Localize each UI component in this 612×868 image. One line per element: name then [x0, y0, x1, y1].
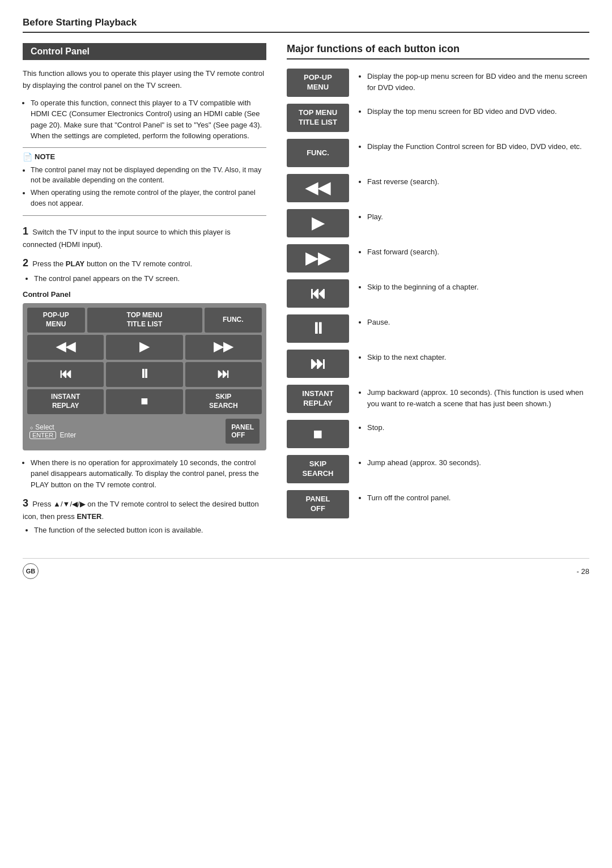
func-func-btn[interactable]: FUNC. — [287, 139, 349, 167]
cp-row-1: POP-UPMENU TOP MENUTITLE LIST FUNC. — [27, 308, 262, 333]
func-pause: ⏸ Pause. — [287, 314, 589, 343]
enter-icon: ENTER — [29, 431, 56, 439]
func-popup-menu: POP-UPMENU Display the pop-up menu scree… — [287, 69, 589, 97]
func-panel-off-btn[interactable]: PANELOFF — [287, 490, 349, 518]
left-column: Control Panel This function allows you t… — [23, 43, 266, 541]
right-column: Major functions of each button icon POP-… — [287, 43, 589, 541]
func-rewind: ◀◀ Fast reverse (search). — [287, 174, 589, 202]
note-box: 📄 NOTE The control panel may not be disp… — [23, 147, 266, 216]
control-panel-grid: POP-UPMENU TOP MENUTITLE LIST FUNC. ◀◀ ▶… — [23, 303, 266, 450]
cp-prev-chapter-btn[interactable]: ⏮ — [27, 362, 104, 387]
func-prev-chapter: ⏮ Skip to the beginning of a chapter. — [287, 279, 589, 308]
func-func-desc: Display the Function Control screen for … — [359, 139, 589, 154]
cp-topmenu-btn[interactable]: TOP MENUTITLE LIST — [87, 308, 202, 333]
func-prev-chapter-btn[interactable]: ⏮ — [287, 279, 349, 308]
cp-pause-btn[interactable]: ⏸ — [106, 362, 182, 387]
note-item-2: When operating using the remote control … — [31, 188, 266, 209]
cp-row-3: ⏮ ⏸ ⏭ — [27, 362, 262, 387]
func-pause-btn[interactable]: ⏸ — [287, 314, 349, 343]
func-instant-replay: INSTANTREPLAY Jump backward (approx. 10 … — [287, 385, 589, 413]
func-play: ▶ Play. — [287, 209, 589, 237]
cp-ffwd-btn[interactable]: ▶▶ — [185, 335, 262, 360]
func-stop-desc: Stop. — [359, 420, 589, 435]
step-2: 2 Press the PLAY button on the TV remote… — [23, 256, 266, 284]
func-stop: ■ Stop. — [287, 420, 589, 448]
intro-bullet-list: To operate this function, connect this p… — [31, 97, 266, 142]
select-label: ⬦ Select — [29, 423, 76, 431]
func-skip-search: SKIPSEARCH Jump ahead (approx. 30 second… — [287, 455, 589, 483]
func-next-chapter-desc: Skip to the next chapter. — [359, 350, 589, 365]
note-title: 📄 NOTE — [23, 152, 266, 161]
page-title: Before Starting Playback — [23, 17, 589, 28]
note-list: The control panel may not be displayed d… — [31, 165, 266, 209]
after-grid-bullet-1: When there is no operation for approxima… — [31, 457, 266, 491]
step-1-text: Switch the TV input to the input source … — [23, 228, 231, 249]
func-stop-btn[interactable]: ■ — [287, 420, 349, 448]
page-header: Before Starting Playback — [23, 17, 589, 33]
func-skip-search-btn[interactable]: SKIPSEARCH — [287, 455, 349, 483]
func-popup-menu-desc: Display the pop-up menu screen for BD vi… — [359, 69, 589, 95]
cp-rewind-btn[interactable]: ◀◀ — [27, 335, 104, 360]
func-rewind-btn[interactable]: ◀◀ — [287, 174, 349, 202]
func-play-btn[interactable]: ▶ — [287, 209, 349, 237]
note-icon: 📄 — [23, 152, 32, 161]
cp-func-btn[interactable]: FUNC. — [205, 308, 262, 333]
cp-stop-btn[interactable]: ■ — [106, 389, 182, 414]
cp-play-btn[interactable]: ▶ — [106, 335, 182, 360]
footer-page: - 28 — [577, 567, 589, 576]
step-3-text: Press ▲/▼/◀/▶ on the TV remote control t… — [23, 500, 259, 521]
step-2-sub: The control panel appears on the TV scre… — [34, 273, 266, 284]
func-topmenu: TOP MENUTITLE LIST Display the top menu … — [287, 104, 589, 132]
cp-popup-menu-btn[interactable]: POP-UPMENU — [27, 308, 85, 333]
func-skip-search-desc: Jump ahead (approx. 30 seconds). — [359, 455, 589, 470]
step-3: 3 Press ▲/▼/◀/▶ on the TV remote control… — [23, 496, 266, 535]
footer-badge: GB — [23, 563, 39, 579]
step-1: 1 Switch the TV input to the input sourc… — [23, 224, 266, 250]
cp-info-row: ⬦ Select ENTER Enter PANELOFF — [27, 416, 262, 446]
func-ffwd: ▶▶ Fast forward (search). — [287, 244, 589, 273]
func-topmenu-desc: Display the top menu screen for BD video… — [359, 104, 589, 119]
func-popup-menu-btn[interactable]: POP-UPMENU — [287, 69, 349, 97]
intro-bullet: To operate this function, connect this p… — [31, 97, 266, 142]
func-instant-replay-desc: Jump backward (approx. 10 seconds). (Thi… — [359, 385, 589, 411]
cp-sub-heading: Control Panel — [23, 290, 266, 299]
func-prev-chapter-desc: Skip to the beginning of a chapter. — [359, 279, 589, 295]
func-ffwd-desc: Fast forward (search). — [359, 244, 589, 259]
func-rewind-desc: Fast reverse (search). — [359, 174, 589, 189]
func-panel-off-desc: Turn off the control panel. — [359, 490, 589, 505]
func-play-desc: Play. — [359, 209, 589, 224]
func-instant-replay-btn[interactable]: INSTANTREPLAY — [287, 385, 349, 413]
section-title: Control Panel — [23, 43, 266, 60]
func-panel-off: PANELOFF Turn off the control panel. — [287, 490, 589, 518]
cp-panel-off-btn[interactable]: PANELOFF — [226, 419, 260, 444]
cp-skip-search-btn[interactable]: SKIPSEARCH — [185, 389, 262, 414]
func-ffwd-btn[interactable]: ▶▶ — [287, 244, 349, 273]
intro-text: This function allows you to operate this… — [23, 68, 266, 92]
right-heading: Major functions of each button icon — [287, 43, 589, 59]
after-grid-bullets: When there is no operation for approxima… — [31, 457, 266, 491]
func-next-chapter-btn[interactable]: ⏭ — [287, 350, 349, 378]
cp-info-left: ⬦ Select ENTER Enter — [29, 423, 76, 439]
cp-row-2: ◀◀ ▶ ▶▶ — [27, 335, 262, 360]
note-item-1: The control panel may not be displayed d… — [31, 165, 266, 186]
func-pause-desc: Pause. — [359, 314, 589, 330]
step-3-sub: The function of the selected button icon… — [34, 525, 266, 536]
step-2-text: Press the PLAY button on the TV remote c… — [32, 259, 192, 268]
cp-next-chapter-btn[interactable]: ⏭ — [185, 362, 262, 387]
func-func: FUNC. Display the Function Control scree… — [287, 139, 589, 167]
arrow-icon: ⬦ — [29, 423, 33, 431]
page-footer: GB - 28 — [23, 558, 589, 579]
cp-row-4: INSTANTREPLAY ■ SKIPSEARCH — [27, 389, 262, 414]
enter-label: ENTER Enter — [29, 431, 76, 439]
cp-instant-replay-btn[interactable]: INSTANTREPLAY — [27, 389, 104, 414]
func-next-chapter: ⏭ Skip to the next chapter. — [287, 350, 589, 378]
func-topmenu-btn[interactable]: TOP MENUTITLE LIST — [287, 104, 349, 132]
